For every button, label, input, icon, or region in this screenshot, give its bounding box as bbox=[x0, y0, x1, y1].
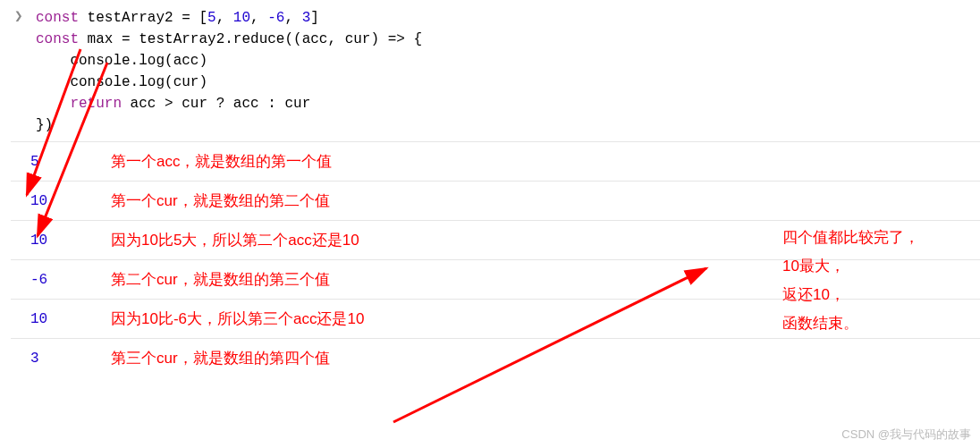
annotation-text: 第一个cur，就是数组的第二个值 bbox=[111, 190, 330, 211]
array-num-3: 3 bbox=[302, 10, 311, 26]
summary-line: 返还10， bbox=[782, 281, 919, 309]
annotation-text: 第二个cur，就是数组的第三个值 bbox=[111, 269, 330, 290]
annotation-text: 因为10比5大，所以第二个acc还是10 bbox=[111, 230, 359, 250]
code-text: testArray2 = [ bbox=[79, 10, 207, 26]
code-line-5: return acc > cur ? acc : cur bbox=[11, 93, 980, 114]
array-num-2: -6 bbox=[267, 10, 284, 26]
output-value: 10 bbox=[30, 193, 111, 209]
code-line-2: const max = testArray2.reduce((acc, cur)… bbox=[11, 29, 980, 50]
annotation-text: 第三个cur，就是数组的第四个值 bbox=[111, 348, 330, 368]
summary-line: 10最大， bbox=[782, 252, 919, 281]
watermark-text: CSDN @我与代码的故事 bbox=[841, 427, 971, 443]
code-text: ] bbox=[310, 10, 319, 26]
output-value: 3 bbox=[30, 351, 111, 367]
summary-line: 函数结束。 bbox=[782, 309, 919, 338]
keyword-return: return bbox=[70, 96, 122, 112]
array-num-0: 5 bbox=[207, 10, 216, 26]
annotation-text: 第一个acc，就是数组的第一个值 bbox=[111, 151, 332, 172]
output-value: 10 bbox=[30, 232, 111, 249]
code-text: max = testArray2.reduce((acc, cur) => { bbox=[79, 31, 422, 47]
array-num-1: 10 bbox=[233, 10, 250, 26]
annotation-text: 因为10比-6大，所以第三个acc还是10 bbox=[111, 309, 364, 329]
output-value: -6 bbox=[30, 272, 111, 288]
output-row: 10 第一个cur，就是数组的第二个值 bbox=[11, 181, 980, 220]
code-line-3: console.log(acc) bbox=[11, 50, 980, 72]
code-line-1: const testArray2 = [5, 10, -6, 3] bbox=[11, 7, 980, 29]
prompt-chevron-icon: ❯ bbox=[14, 7, 23, 25]
output-value: 10 bbox=[30, 311, 111, 327]
summary-line: 四个值都比较完了， bbox=[782, 224, 919, 252]
code-text: acc > cur ? acc : cur bbox=[122, 96, 310, 112]
code-line-6: }) bbox=[11, 114, 980, 136]
keyword-const: const bbox=[36, 10, 79, 26]
code-line-4: console.log(cur) bbox=[11, 72, 980, 93]
keyword-const: const bbox=[36, 31, 79, 47]
output-row: 5 第一个acc，就是数组的第一个值 bbox=[11, 141, 980, 181]
summary-annotation: 四个值都比较完了， 10最大， 返还10， 函数结束。 bbox=[782, 224, 919, 338]
output-value: 5 bbox=[30, 154, 111, 170]
code-input-block: ❯ const testArray2 = [5, 10, -6, 3] cons… bbox=[11, 7, 980, 136]
output-row: 3 第三个cur，就是数组的第四个值 bbox=[11, 338, 980, 377]
